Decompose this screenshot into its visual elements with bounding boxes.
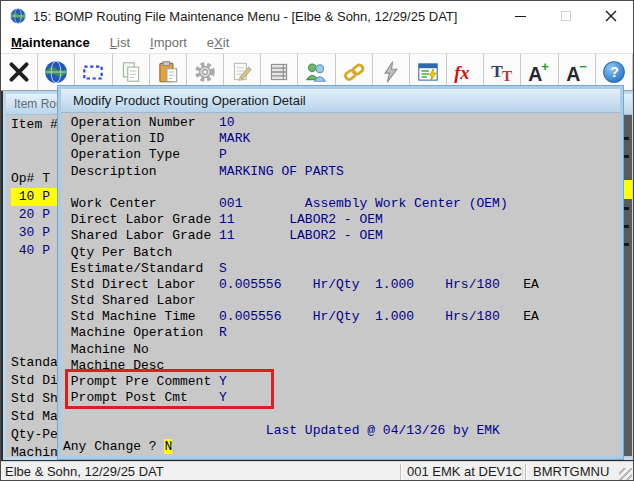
field-machine-operation: Machine Operation R <box>63 325 620 341</box>
resize-grip[interactable] <box>619 468 632 481</box>
bg-line-machine: Machin <box>11 444 58 456</box>
globe-icon <box>43 59 69 85</box>
field-qty-per-batch: Qty Per Batch <box>63 245 620 261</box>
font-increase-icon: A + <box>526 59 552 85</box>
bg-line-std-machine: Std Ma <box>11 408 58 426</box>
field-operation-id: Operation ID MARK <box>63 131 620 147</box>
status-bar: Elbe & Sohn, 12/29/25 DAT 001 EMK at DEV… <box>1 461 633 481</box>
blank-row <box>63 180 620 196</box>
field-description: Description MARKING OF PARTS <box>63 164 620 180</box>
toolbar-button-font[interactable]: T T <box>484 54 521 90</box>
svg-text:fx: fx <box>454 63 469 83</box>
svg-text:T: T <box>502 67 512 84</box>
window-lightning-icon <box>415 59 441 85</box>
font-TT-icon: T T <box>489 59 515 85</box>
copy-icon <box>118 59 144 85</box>
field-shared-labor-grade: Shared Labor Grade 11 LABOR2 - OEM <box>63 228 620 244</box>
paste-clipboard-icon <box>155 59 181 85</box>
toolbar-button-window-run[interactable] <box>410 54 447 90</box>
app-window: 15: BOMP Routing File Maintenance Menu -… <box>0 0 634 481</box>
settings-gear-icon <box>192 59 218 85</box>
last-updated-note: Last Updated @ 04/13/26 by EMK <box>63 423 620 439</box>
selection-rectangle-icon <box>80 59 106 85</box>
toolbar-button-copy[interactable] <box>113 54 150 90</box>
field-prompt-pre-comment: Prompt Pre Comment Y <box>63 374 620 390</box>
users-icon <box>303 59 329 85</box>
field-machine-desc: Machine Desc <box>63 358 620 374</box>
field-operation-number: Operation Number 10 <box>63 115 620 131</box>
help-question-icon: ? <box>601 59 627 85</box>
field-std-direct-labor: Std Direct Labor 0.005556 Hr/Qty 1.000 H… <box>63 277 620 293</box>
maximize-button <box>543 1 588 31</box>
svg-text:+: + <box>542 59 550 74</box>
field-estimate-standard: Estimate/Standard S <box>63 261 620 277</box>
bg-line-std-direct: Std Di <box>11 372 58 390</box>
svg-text:A: A <box>529 63 543 85</box>
mdi-client-area: Item Rou Item # Op# T 10 P 20 P 30 P 40 … <box>1 91 634 461</box>
status-company: Elbe & Sohn, 12/29/25 DAT <box>1 462 399 481</box>
toolbar-button-select[interactable] <box>75 54 112 90</box>
field-std-machine-time: Std Machine Time 0.005556 Hr/Qty 1.000 H… <box>63 309 620 325</box>
toolbar-button-list[interactable] <box>261 54 298 90</box>
svg-text:−: − <box>579 59 587 74</box>
edit-document-pencil-icon <box>229 59 255 85</box>
toolbar-button-edit[interactable] <box>224 54 261 90</box>
op-table-header: Op# T <box>11 170 50 188</box>
menu-maintenance[interactable]: Maintenance <box>1 33 100 52</box>
toolbar-button-exit[interactable] <box>1 54 38 90</box>
dialog-body: Operation Number 10 Operation ID MARK Op… <box>61 113 620 455</box>
menu-bar: Maintenance List Import eXit <box>1 31 633 53</box>
exit-x-icon <box>6 59 32 85</box>
toolbar-button-run[interactable] <box>373 54 410 90</box>
field-prompt-post-cmt: Prompt Post Cmt Y <box>63 390 620 406</box>
window-title: 15: BOMP Routing File Maintenance Menu -… <box>33 9 457 24</box>
modify-routing-dialog: Modify Product Routing Operation Detail … <box>58 86 623 459</box>
title-bar: 15: BOMP Routing File Maintenance Menu -… <box>1 1 633 31</box>
toolbar-button-paste[interactable] <box>150 54 187 90</box>
op-row-20[interactable]: 20 P <box>11 206 50 224</box>
lightning-bolt-icon <box>378 59 404 85</box>
close-x-icon <box>605 10 617 22</box>
toolbar-button-link[interactable] <box>336 54 373 90</box>
toolbar-button-font-increase[interactable]: A + <box>521 54 558 90</box>
font-decrease-icon: A − <box>564 59 590 85</box>
item-number-label: Item # <box>11 116 58 134</box>
dialog-title: Modify Product Routing Operation Detail <box>61 89 620 113</box>
toolbar-button-help[interactable]: ? <box>596 54 633 90</box>
list-table-icon <box>266 59 292 85</box>
app-globe-icon <box>9 7 27 25</box>
bg-line-qty-per: Qty-Pe <box>11 426 58 444</box>
menu-list[interactable]: List <box>100 33 140 52</box>
field-direct-labor-grade: Direct Labor Grade 11 LABOR2 - OEM <box>63 212 620 228</box>
op-row-30[interactable]: 30 P <box>11 224 50 242</box>
field-std-shared-labor: Std Shared Labor <box>63 293 620 309</box>
svg-text:A: A <box>566 63 580 85</box>
bg-line-standard: Standa <box>11 354 58 372</box>
link-chain-icon <box>341 59 367 85</box>
any-change-prompt: Any Change ? N <box>63 439 620 455</box>
field-operation-type: Operation Type P <box>63 147 620 163</box>
any-change-label: Any Change ? <box>63 439 164 454</box>
menu-import[interactable]: Import <box>140 33 197 52</box>
blank-row <box>63 406 620 422</box>
formula-fx-icon: fx <box>452 59 478 85</box>
field-machine-no: Machine No <box>63 342 620 358</box>
toolbar-button-globe[interactable] <box>38 54 75 90</box>
status-program: BMRTGMNU <box>529 462 619 481</box>
bg-line-std-shared: Std Sh <box>11 390 58 408</box>
svg-text:?: ? <box>610 64 619 80</box>
menu-exit[interactable]: eXit <box>197 33 239 52</box>
toolbar-button-settings[interactable] <box>187 54 224 90</box>
status-user: 001 EMK at DEV1CLS <box>403 462 523 481</box>
toolbar-button-users[interactable] <box>298 54 335 90</box>
close-button[interactable] <box>588 1 633 31</box>
any-change-input-cursor[interactable]: N <box>164 439 172 454</box>
toolbar-button-formula[interactable]: fx <box>447 54 484 90</box>
op-row-40[interactable]: 40 P <box>11 242 50 260</box>
field-work-center: Work Center 001 Assembly Work Center (OE… <box>63 196 620 212</box>
toolbar-button-font-decrease[interactable]: A − <box>559 54 596 90</box>
minimize-button[interactable] <box>498 1 543 31</box>
